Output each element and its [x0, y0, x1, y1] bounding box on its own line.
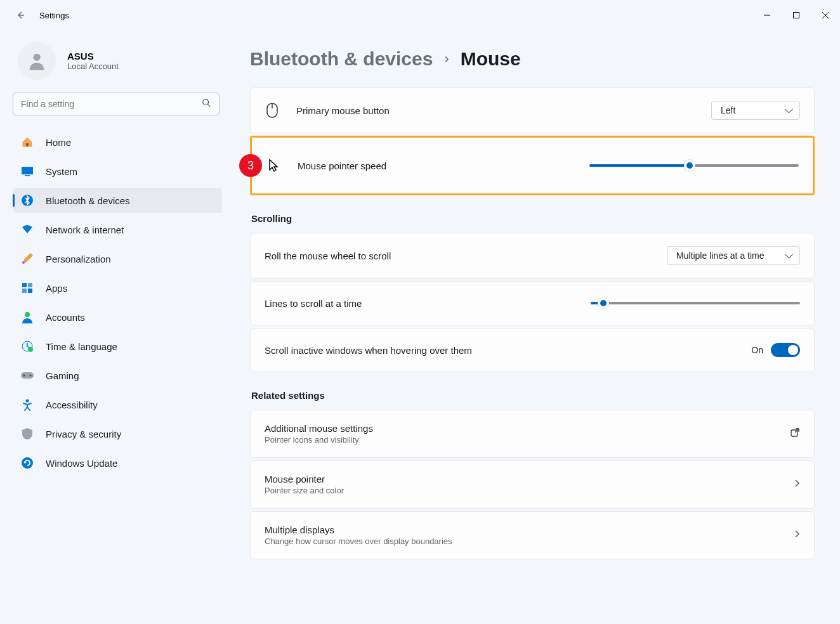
chevron-right-icon — [794, 478, 800, 491]
card-subtitle: Change how cursor moves over display bou… — [265, 536, 452, 546]
nav-label: Windows Update — [46, 458, 117, 469]
titlebar: Settings — [0, 0, 840, 30]
card-pointer-speed[interactable]: Mouse pointer speed — [252, 138, 813, 193]
gamepad-icon — [20, 368, 34, 382]
nav-list: Home System Bluetooth & devices Network … — [13, 129, 222, 476]
section-scrolling: Scrolling — [251, 213, 815, 224]
svg-rect-15 — [28, 289, 32, 293]
nav-apps[interactable]: Apps — [13, 275, 222, 301]
card-additional-mouse-settings[interactable]: Additional mouse settings Pointer icons … — [250, 410, 815, 458]
nav-label: Time & language — [46, 341, 117, 352]
svg-point-4 — [33, 54, 40, 61]
svg-rect-13 — [28, 283, 32, 287]
breadcrumb: Bluetooth & devices › Mouse — [250, 48, 815, 70]
svg-point-23 — [22, 457, 33, 469]
card-subtitle: Pointer icons and visibility — [265, 435, 373, 445]
nav-time-language[interactable]: Time & language — [13, 334, 222, 359]
system-icon — [20, 164, 34, 178]
apps-icon — [20, 281, 34, 295]
avatar-icon — [18, 42, 56, 80]
search-box — [13, 93, 220, 115]
nav-accessibility[interactable]: Accessibility — [13, 392, 222, 417]
card-label: Roll the mouse wheel to scroll — [265, 250, 391, 261]
shield-icon — [20, 427, 34, 441]
app-title: Settings — [39, 11, 69, 20]
card-title: Mouse pointer — [265, 474, 344, 484]
accessibility-icon — [20, 398, 34, 412]
nav-bluetooth-devices[interactable]: Bluetooth & devices — [13, 188, 222, 213]
user-role: Local Account — [67, 62, 119, 71]
card-label: Primary mouse button — [296, 105, 390, 116]
mouse-icon — [265, 103, 280, 118]
svg-rect-12 — [22, 283, 27, 287]
user-block[interactable]: ASUS Local Account — [13, 42, 222, 80]
nav-personalization[interactable]: Personalization — [13, 246, 222, 271]
nav-label: Apps — [46, 283, 67, 294]
svg-point-22 — [26, 400, 29, 403]
card-multiple-displays[interactable]: Multiple displays Change how cursor move… — [250, 511, 815, 559]
card-label: Mouse pointer speed — [298, 160, 386, 171]
pointer-speed-slider[interactable] — [589, 164, 799, 167]
nav-label: Privacy & security — [46, 429, 121, 439]
search-input[interactable] — [13, 93, 220, 115]
svg-rect-1 — [794, 13, 799, 18]
svg-point-5 — [203, 100, 209, 105]
nav-home[interactable]: Home — [13, 129, 222, 155]
breadcrumb-parent[interactable]: Bluetooth & devices — [250, 48, 433, 70]
external-link-icon — [790, 427, 800, 440]
person-icon — [20, 310, 34, 324]
clock-icon — [20, 339, 34, 353]
nav-system[interactable]: System — [13, 159, 222, 184]
nav-windows-update[interactable]: Windows Update — [13, 450, 222, 476]
nav-accounts[interactable]: Accounts — [13, 304, 222, 330]
svg-point-11 — [22, 261, 25, 264]
chevron-right-icon — [794, 529, 800, 542]
toggle-state: On — [751, 345, 763, 355]
svg-point-21 — [30, 375, 32, 377]
annotation-badge: 3 — [239, 154, 262, 177]
nav-gaming[interactable]: Gaming — [13, 363, 222, 388]
svg-point-20 — [23, 375, 25, 377]
card-scroll-inactive[interactable]: Scroll inactive windows when hovering ov… — [250, 328, 815, 372]
home-icon — [20, 135, 34, 149]
minimize-button[interactable] — [752, 5, 782, 25]
brush-icon — [20, 252, 34, 266]
sidebar: ASUS Local Account Home System Bluetooth… — [0, 30, 228, 624]
nav-privacy-security[interactable]: Privacy & security — [13, 421, 222, 446]
scroll-wheel-dropdown[interactable]: Multiple lines at a time — [667, 246, 800, 265]
close-button[interactable] — [811, 5, 840, 25]
card-title: Additional mouse settings — [265, 423, 373, 434]
card-label: Lines to scroll at a time — [265, 298, 362, 309]
chevron-right-icon: › — [444, 51, 449, 67]
card-subtitle: Pointer size and color — [265, 486, 344, 495]
card-lines-to-scroll[interactable]: Lines to scroll at a time — [250, 281, 815, 325]
nav-label: Network & internet — [46, 224, 124, 235]
nav-label: Bluetooth & devices — [46, 195, 130, 206]
wifi-icon — [20, 223, 34, 237]
svg-point-18 — [28, 347, 33, 352]
section-related: Related settings — [251, 390, 815, 401]
back-button[interactable] — [10, 5, 30, 25]
svg-rect-19 — [21, 372, 34, 379]
bluetooth-icon — [20, 193, 34, 207]
card-title: Multiple displays — [265, 524, 452, 535]
card-roll-wheel[interactable]: Roll the mouse wheel to scroll Multiple … — [250, 233, 815, 278]
annotation-highlight: 3 Mouse pointer speed — [250, 136, 815, 195]
scroll-inactive-toggle[interactable] — [771, 343, 800, 357]
nav-label: Gaming — [46, 370, 79, 381]
nav-label: Personalization — [46, 254, 111, 264]
svg-rect-14 — [22, 289, 27, 293]
lines-scroll-slider[interactable] — [591, 302, 800, 304]
nav-network[interactable]: Network & internet — [13, 217, 222, 242]
primary-button-dropdown[interactable]: Left — [711, 101, 800, 120]
maximize-button[interactable] — [782, 5, 811, 25]
nav-label: Home — [46, 137, 71, 148]
card-mouse-pointer[interactable]: Mouse pointer Pointer size and color — [250, 460, 815, 509]
card-primary-mouse-button[interactable]: Primary mouse button Left — [250, 88, 815, 133]
svg-rect-9 — [25, 175, 30, 176]
cursor-icon — [266, 159, 281, 172]
nav-label: System — [46, 166, 77, 177]
search-icon[interactable] — [202, 98, 211, 110]
breadcrumb-current: Mouse — [461, 48, 521, 70]
main-content: Bluetooth & devices › Mouse Primary mous… — [228, 30, 840, 624]
